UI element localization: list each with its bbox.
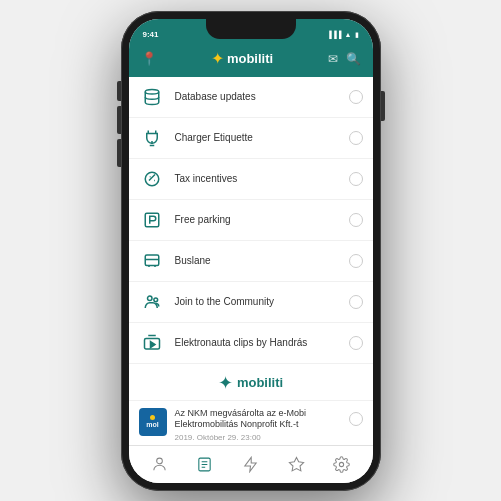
- menu-item-label: Join to the Community: [175, 296, 339, 307]
- nav-item-bolt[interactable]: [228, 456, 274, 473]
- news-item-dot: [349, 412, 363, 426]
- logo-star-icon: ✦: [211, 49, 224, 68]
- logo-label: mobiliti: [227, 51, 273, 66]
- svg-point-1: [145, 172, 159, 186]
- svg-point-7: [156, 458, 162, 464]
- battery-icon: ▮: [355, 31, 359, 39]
- database-icon: [139, 84, 165, 110]
- star-icon: [288, 456, 305, 473]
- bolt-icon: [242, 456, 259, 473]
- brand-star-icon: ✦: [218, 372, 233, 394]
- bottom-navigation: [129, 445, 373, 483]
- menu-item-dot: [349, 90, 363, 104]
- phone-screen: 9:41 ▐▐▐ ▲ ▮ 📍 ✦ mobiliti ✉ 🔍: [129, 19, 373, 483]
- menu-item-dot: [349, 295, 363, 309]
- svg-point-10: [340, 462, 344, 466]
- mute-button: [117, 81, 121, 101]
- brand-section: ✦ mobiliti: [129, 364, 373, 401]
- mail-icon[interactable]: ✉: [328, 52, 338, 66]
- status-time: 9:41: [143, 30, 159, 39]
- nav-item-favorites[interactable]: [273, 456, 319, 473]
- wifi-icon: ▲: [345, 31, 352, 38]
- header-left: 📍: [141, 51, 157, 66]
- menu-item-dot: [349, 254, 363, 268]
- svg-point-0: [145, 89, 159, 94]
- location-pin-icon[interactable]: 📍: [141, 51, 157, 66]
- gear-icon: [333, 456, 350, 473]
- menu-item-label: Database updates: [175, 91, 339, 102]
- menu-item-label: Free parking: [175, 214, 339, 225]
- svg-point-5: [153, 297, 157, 301]
- menu-item-label: Charger Etiquette: [175, 132, 339, 143]
- news-content: Az NKM megvásárolta az e-Mobi Elektromob…: [175, 408, 341, 442]
- list-item[interactable]: Charger Etiquette: [129, 118, 373, 159]
- brand-label: mobiliti: [237, 375, 283, 390]
- svg-point-4: [147, 296, 152, 301]
- menu-item-dot: [349, 213, 363, 227]
- menu-item-label: Tax incentives: [175, 173, 339, 184]
- list-item[interactable]: Elektronauta clips by Handrás: [129, 323, 373, 364]
- person-icon: [151, 456, 168, 473]
- status-icons: ▐▐▐ ▲ ▮: [327, 31, 359, 39]
- parking-icon: [139, 207, 165, 233]
- mol-logo: mol: [139, 408, 167, 436]
- clips-icon: [139, 330, 165, 356]
- search-icon[interactable]: 🔍: [346, 52, 361, 66]
- document-icon: [196, 456, 213, 473]
- menu-item-dot: [349, 131, 363, 145]
- menu-item-dot: [349, 172, 363, 186]
- news-list-item[interactable]: mol Az NKM megvásárolta az e-Mobi Elektr…: [129, 401, 373, 445]
- list-item[interactable]: Database updates: [129, 77, 373, 118]
- power-button: [381, 91, 385, 121]
- bus-icon: [139, 248, 165, 274]
- nav-item-settings[interactable]: [319, 456, 365, 473]
- news-title: Az NKM megvásárolta az e-Mobi Elektromob…: [175, 408, 341, 431]
- list-item[interactable]: Join to the Community: [129, 282, 373, 323]
- nav-item-profile[interactable]: [137, 456, 183, 473]
- content-area: Database updates Charger Etiquette: [129, 77, 373, 445]
- menu-item-label: Elektronauta clips by Handrás: [175, 337, 339, 348]
- list-item[interactable]: Free parking: [129, 200, 373, 241]
- volume-up-button: [117, 106, 121, 134]
- list-item[interactable]: Tax incentives: [129, 159, 373, 200]
- app-header: 📍 ✦ mobiliti ✉ 🔍: [129, 41, 373, 77]
- menu-item-dot: [349, 336, 363, 350]
- phone-frame: 9:41 ▐▐▐ ▲ ▮ 📍 ✦ mobiliti ✉ 🔍: [121, 11, 381, 491]
- news-date: 2019. Október 29. 23:00: [175, 433, 341, 442]
- signal-icon: ▐▐▐: [327, 31, 342, 38]
- menu-item-label: Buslane: [175, 255, 339, 266]
- volume-down-button: [117, 139, 121, 167]
- list-item[interactable]: Buslane: [129, 241, 373, 282]
- header-right: ✉ 🔍: [328, 52, 361, 66]
- tax-icon: [139, 166, 165, 192]
- nav-item-news[interactable]: [182, 456, 228, 473]
- header-logo: ✦ mobiliti: [211, 49, 273, 68]
- charger-icon: [139, 125, 165, 151]
- community-icon: [139, 289, 165, 315]
- svg-marker-9: [289, 457, 303, 470]
- notch: [206, 19, 296, 39]
